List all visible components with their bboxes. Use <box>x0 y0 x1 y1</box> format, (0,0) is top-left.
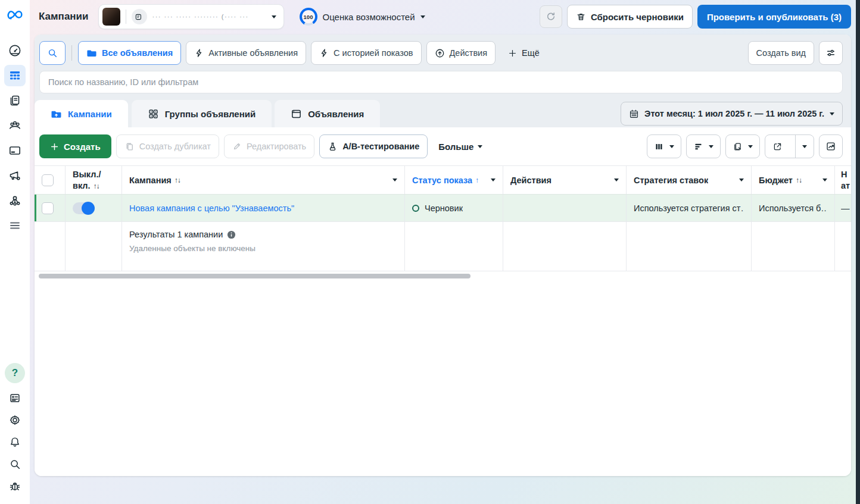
create-view-button[interactable]: Создать вид <box>748 41 814 65</box>
sidebar-item-billing[interactable] <box>4 140 26 161</box>
trash-icon <box>576 12 586 22</box>
sidebar-item-whats-new[interactable] <box>5 388 25 408</box>
caret-down-icon[interactable] <box>491 179 496 181</box>
view-settings-button[interactable] <box>819 41 843 65</box>
row-status-cell: Черновик <box>405 195 503 221</box>
sidebar-item-advertising-settings[interactable] <box>4 165 26 186</box>
filter-search-button[interactable] <box>39 41 66 65</box>
header-campaign[interactable]: Кампания ↑↓ <box>122 166 405 194</box>
refresh-button[interactable] <box>540 5 562 28</box>
bug-icon <box>8 480 21 493</box>
breakdown-bars-icon <box>693 142 703 152</box>
discard-drafts-button[interactable]: Сбросить черновики <box>567 5 693 29</box>
sidebar-item-report-bug[interactable] <box>5 476 25 496</box>
scrollbar-thumb[interactable] <box>39 274 470 278</box>
refresh-icon <box>546 11 556 22</box>
tab-campaigns[interactable]: Кампании <box>35 100 128 127</box>
audiences-people-icon <box>8 118 22 133</box>
caret-down-icon <box>420 15 425 18</box>
filter-chip-more[interactable]: Ещё <box>500 41 547 65</box>
row-attribution-cell: — <box>835 195 851 221</box>
tab-ads[interactable]: Объявления <box>275 100 380 127</box>
reports-button[interactable] <box>725 134 760 158</box>
table-row[interactable]: Новая кампания с целью "Узнаваемость" Че… <box>35 194 851 221</box>
caret-down-icon[interactable] <box>739 179 744 181</box>
footer-cell <box>405 222 503 271</box>
ab-test-button[interactable]: A/B-тестирование <box>319 134 428 158</box>
duplicate-button[interactable]: Создать дубликат <box>116 134 219 158</box>
help-button[interactable]: ? <box>5 363 25 383</box>
gauge-icon <box>8 43 22 58</box>
filter-chip-had-delivery[interactable]: С историей показов <box>311 41 421 65</box>
bell-icon <box>8 436 21 449</box>
score-value: 100 <box>302 10 315 23</box>
sidebar-item-audiences[interactable] <box>4 115 26 136</box>
more-label: Больше <box>438 142 473 152</box>
sidebar-item-all-tools[interactable] <box>4 215 26 236</box>
score-gauge-icon: 100 <box>300 8 317 26</box>
campaign-toggle[interactable] <box>73 202 95 214</box>
header-checkbox-cell <box>35 166 66 194</box>
header-actions[interactable]: Действия <box>503 166 627 194</box>
export-button[interactable] <box>765 135 790 158</box>
campaign-name-link[interactable]: Новая кампания с целью "Узнаваемость" <box>129 204 294 213</box>
account-selector[interactable]: ··· ··· ····· ········ (···· ··· <box>98 4 284 29</box>
filter-chip-actions[interactable]: Действия <box>426 41 496 65</box>
more-button[interactable]: Больше <box>438 142 482 152</box>
header-label: Кампания <box>129 176 172 185</box>
caret-down-icon[interactable] <box>392 179 397 181</box>
sidebar-item-overview[interactable] <box>4 40 26 61</box>
caret-down-icon[interactable] <box>614 179 619 181</box>
sidebar-item-settings[interactable] <box>5 410 25 430</box>
sidebar-item-search[interactable] <box>5 454 25 474</box>
filter-chip-all-ads[interactable]: Все объявления <box>78 41 181 65</box>
breakdown-button[interactable] <box>686 134 721 158</box>
filter-chip-label: Активные объявления <box>208 48 298 58</box>
header-budget[interactable]: Бюджет ↑↓ <box>752 166 835 194</box>
account-avatar <box>102 8 120 26</box>
budget-value: Используется б… <box>759 204 827 213</box>
header-delivery-status[interactable]: Статус показа ↑ <box>405 166 503 194</box>
create-label: Создать <box>64 142 101 152</box>
header-toggle[interactable]: Выкл./ вкл.↑↓ <box>66 166 122 194</box>
trends-button[interactable] <box>819 134 843 158</box>
deleted-note: Удаленные объекты не включены <box>129 244 397 253</box>
left-sidebar: ? <box>0 0 30 504</box>
sidebar-item-notifications[interactable] <box>5 432 25 452</box>
filter-chip-label: Ещё <box>522 48 540 58</box>
account-name-redacted: ··· ··· ····· ········ (···· ··· <box>152 13 266 20</box>
content-card-wrap: Все объявления Активные объявления С ист… <box>30 33 856 504</box>
header-label: Стратегия ставок <box>634 176 708 185</box>
bid-strategy-value: Используется стратегия ст… <box>634 204 744 213</box>
info-icon[interactable] <box>227 230 236 239</box>
export-options-button[interactable] <box>795 135 814 158</box>
table-header-row: Выкл./ вкл.↑↓ Кампания ↑↓ Статус показа <box>35 166 851 194</box>
lightning-icon <box>319 48 329 58</box>
caret-down-icon[interactable] <box>822 179 827 181</box>
sidebar-item-ads-reporting[interactable] <box>4 90 26 111</box>
row-checkbox[interactable] <box>42 202 54 214</box>
level-tabs: Кампании Группы объявлений Объявления Эт… <box>35 100 851 127</box>
sort-icon: ↑↓ <box>796 176 802 184</box>
review-publish-button[interactable]: Проверить и опубликовать (3) <box>697 5 851 29</box>
megaphone-gear-icon <box>8 168 22 183</box>
date-range-selector[interactable]: Этот месяц: 1 июл 2025 г. — 11 июл 2025 … <box>621 102 843 126</box>
select-all-checkbox[interactable] <box>42 174 54 186</box>
trends-chart-icon <box>825 141 836 152</box>
tab-ad-sets[interactable]: Группы объявлений <box>132 100 272 127</box>
create-button[interactable]: Создать <box>39 134 111 158</box>
results-label: Результаты 1 кампании <box>129 230 223 239</box>
header-attribution-clipped[interactable]: Н ат <box>835 166 851 194</box>
sidebar-item-campaigns[interactable] <box>4 65 26 86</box>
filter-chip-active-ads[interactable]: Активные объявления <box>186 41 306 65</box>
table-section: Создать Создать дубликат Редактировать A… <box>35 127 851 476</box>
edit-button[interactable]: Редактировать <box>224 134 314 158</box>
header-bid-strategy[interactable]: Стратегия ставок <box>627 166 752 194</box>
columns-button[interactable] <box>647 134 681 158</box>
opportunity-score[interactable]: 100 Оценка возможностей <box>300 8 425 26</box>
footer-cell <box>66 222 122 271</box>
sort-icon: ↑↓ <box>94 182 99 190</box>
sidebar-item-business-assets[interactable] <box>4 190 26 211</box>
score-label: Оценка возможностей <box>323 12 415 22</box>
search-input[interactable] <box>39 71 843 93</box>
